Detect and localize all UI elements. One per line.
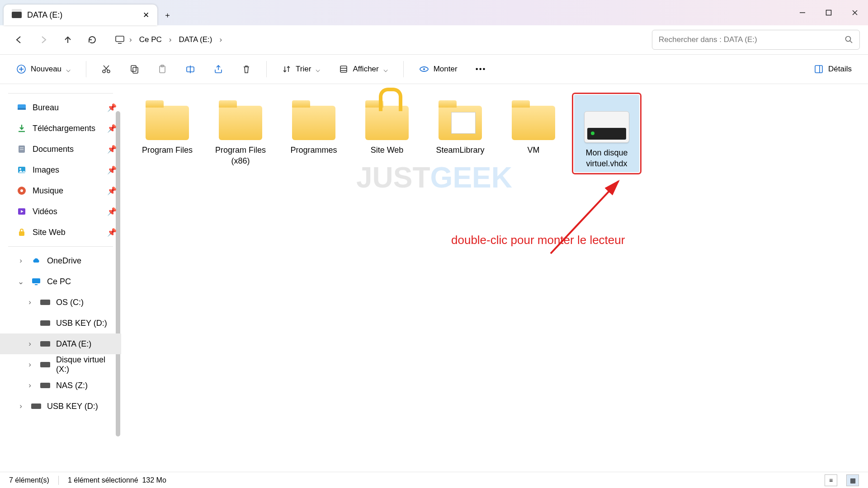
tree-item-label: Disque virtuel (X:) bbox=[56, 355, 117, 374]
details-button[interactable]: Détails bbox=[808, 59, 857, 79]
chevron-icon[interactable]: ⌄ bbox=[16, 277, 25, 286]
file-item[interactable]: Program Files (x86) bbox=[208, 95, 273, 172]
file-name: SteamLibrary bbox=[436, 145, 484, 155]
tree-item[interactable]: ›NAS (Z:) bbox=[0, 375, 121, 396]
details-icon bbox=[814, 64, 824, 74]
chevron-right-icon[interactable]: › bbox=[169, 35, 172, 44]
tab-title: DATA (E:) bbox=[27, 10, 137, 20]
close-window-button[interactable] bbox=[842, 0, 868, 25]
back-icon bbox=[14, 35, 24, 45]
toolbar: Nouveau ⌵ Trier ⌵ Afficher ⌵ Monter ••• … bbox=[0, 54, 868, 84]
svg-rect-40 bbox=[32, 278, 40, 283]
details-view-button[interactable]: ≡ bbox=[825, 474, 837, 486]
folder-doc-icon bbox=[439, 106, 482, 140]
breadcrumb[interactable]: › Ce PC › DATA (E:) › bbox=[115, 29, 649, 51]
sidebar-item-videos[interactable]: Vidéos📌 bbox=[0, 201, 121, 222]
more-button[interactable]: ••• bbox=[471, 59, 491, 79]
sort-button[interactable]: Trier ⌵ bbox=[277, 59, 326, 79]
status-selected: 1 élément sélectionné 132 Mo bbox=[68, 476, 166, 484]
paste-button[interactable] bbox=[152, 59, 172, 79]
tree-item[interactable]: ›OneDrive bbox=[0, 250, 121, 271]
drive-icon bbox=[12, 12, 22, 18]
chevron-icon[interactable]: › bbox=[25, 381, 34, 390]
tree-item[interactable]: ›USB KEY (D:) bbox=[0, 396, 121, 417]
sidebar-item-documents[interactable]: Documents📌 bbox=[0, 139, 121, 160]
content-area[interactable]: JUSTGEEK Program FilesProgram Files (x86… bbox=[121, 84, 868, 472]
sidebar-item-siteweb[interactable]: Site Web📌 bbox=[0, 222, 121, 243]
tree-item[interactable]: ⌄Ce PC bbox=[0, 271, 121, 292]
svg-rect-50 bbox=[40, 383, 50, 388]
chevron-icon[interactable]: › bbox=[25, 298, 34, 307]
rename-button[interactable] bbox=[180, 59, 200, 79]
sidebar-item-downloads[interactable]: Téléchargements📌 bbox=[0, 118, 121, 139]
mount-button[interactable]: Monter bbox=[414, 59, 463, 79]
chevron-icon[interactable]: › bbox=[16, 402, 25, 411]
drive-icon bbox=[40, 380, 51, 391]
pin-icon: 📌 bbox=[107, 145, 117, 154]
cut-button[interactable] bbox=[96, 59, 116, 79]
breadcrumb-segment[interactable]: Ce PC bbox=[137, 33, 165, 46]
icons-view-button[interactable]: ▦ bbox=[846, 474, 859, 486]
folder-icon bbox=[292, 106, 335, 140]
view-label: Afficher bbox=[353, 65, 378, 74]
tree-item[interactable]: ›Disque virtuel (X:) bbox=[0, 354, 121, 375]
search-input[interactable] bbox=[659, 35, 840, 44]
maximize-button[interactable] bbox=[816, 0, 842, 25]
window-tab[interactable]: DATA (E:) ✕ bbox=[4, 5, 157, 25]
musique-icon bbox=[16, 185, 27, 196]
file-item[interactable]: Site Web bbox=[354, 95, 420, 172]
file-item[interactable]: Programmes bbox=[281, 95, 346, 172]
svg-point-35 bbox=[19, 168, 21, 170]
file-item[interactable]: SteamLibrary bbox=[428, 95, 493, 172]
svg-rect-42 bbox=[40, 300, 50, 305]
cut-icon bbox=[101, 64, 111, 74]
file-item[interactable]: VM bbox=[501, 95, 566, 172]
file-item[interactable]: Program Files bbox=[135, 95, 200, 172]
close-tab-icon[interactable]: ✕ bbox=[142, 10, 150, 20]
chevron-icon[interactable]: › bbox=[16, 256, 25, 265]
refresh-icon bbox=[87, 35, 97, 45]
downloads-icon bbox=[16, 123, 27, 134]
sidebar-item-label: Vidéos bbox=[33, 207, 102, 216]
sidebar-item-musique[interactable]: Musique📌 bbox=[0, 180, 121, 201]
up-button[interactable] bbox=[57, 29, 79, 51]
chevron-down-icon: ⌵ bbox=[383, 65, 388, 74]
share-button[interactable] bbox=[208, 59, 228, 79]
chevron-right-icon[interactable]: › bbox=[129, 35, 132, 44]
breadcrumb-segment[interactable]: DATA (E:) bbox=[176, 33, 215, 46]
svg-rect-26 bbox=[815, 66, 822, 73]
file-name: Program Files (x86) bbox=[208, 145, 273, 167]
copy-icon bbox=[129, 64, 139, 74]
search-box[interactable] bbox=[652, 30, 860, 50]
tree-item-label: DATA (E:) bbox=[56, 339, 117, 349]
search-icon bbox=[845, 36, 853, 44]
delete-button[interactable] bbox=[236, 59, 256, 79]
forward-button[interactable] bbox=[33, 29, 54, 51]
monitor-icon bbox=[115, 35, 125, 45]
file-name: Programmes bbox=[290, 145, 337, 155]
file-name: VM bbox=[528, 145, 540, 155]
new-tab-button[interactable]: ＋ bbox=[157, 5, 177, 25]
sidebar-item-images[interactable]: Images📌 bbox=[0, 160, 121, 180]
new-button[interactable]: Nouveau ⌵ bbox=[11, 59, 76, 79]
file-name: Mon disque virtuel.vhdx bbox=[575, 147, 638, 169]
view-button[interactable]: Afficher ⌵ bbox=[334, 59, 393, 79]
tree-item[interactable]: ›OS (C:) bbox=[0, 292, 121, 313]
forward-icon bbox=[38, 35, 48, 45]
mount-label: Monter bbox=[434, 65, 458, 74]
minimize-button[interactable] bbox=[789, 0, 816, 25]
copy-button[interactable] bbox=[124, 59, 144, 79]
tree-item[interactable]: ›DATA (E:) bbox=[0, 333, 121, 354]
back-button[interactable] bbox=[8, 29, 30, 51]
details-label: Détails bbox=[828, 65, 852, 74]
chevron-icon[interactable]: › bbox=[25, 339, 34, 348]
file-item[interactable]: Mon disque virtuel.vhdx bbox=[574, 95, 639, 172]
sidebar-item-bureau[interactable]: Bureau📌 bbox=[0, 97, 121, 118]
chevron-right-icon[interactable]: › bbox=[219, 35, 222, 44]
status-total: 7 élément(s) bbox=[9, 476, 49, 484]
svg-rect-15 bbox=[131, 66, 136, 71]
refresh-button[interactable] bbox=[81, 29, 103, 51]
new-label: Nouveau bbox=[31, 65, 61, 74]
tree-item[interactable]: USB KEY (D:) bbox=[0, 313, 121, 333]
chevron-icon[interactable]: › bbox=[25, 360, 34, 369]
